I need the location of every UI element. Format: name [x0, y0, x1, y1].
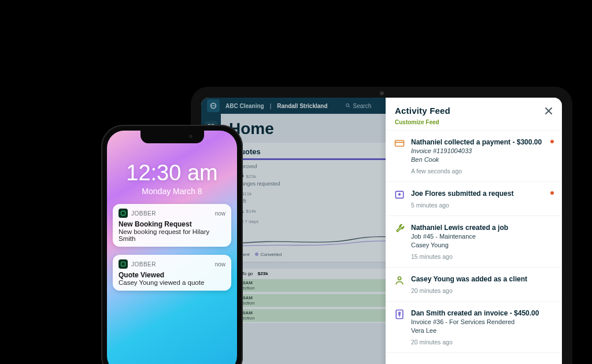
request-icon — [394, 189, 405, 209]
feed-list[interactable]: Nathaniel collected a payment - $300.00 … — [386, 131, 562, 364]
tablet-screen: ABC Cleaning | Randall Strickland Search… — [201, 98, 562, 364]
feed-item-time: 15 minutes ago — [411, 253, 554, 260]
search-container[interactable]: Search — [345, 103, 372, 109]
tablet-camera — [380, 91, 384, 95]
unread-dot — [550, 191, 554, 195]
notification-card[interactable]: JOBBER now Quote Viewed Casey Young view… — [113, 255, 231, 291]
feed-item-line2: Vera Lee — [411, 326, 554, 335]
search-icon — [345, 103, 351, 109]
svg-rect-6 — [395, 140, 404, 146]
notification-time: now — [215, 261, 225, 268]
feed-item-title: Joe Flores submitted a request — [411, 189, 554, 198]
schedule-pill[interactable]: 11:00AMInspection — [230, 309, 390, 322]
customize-feed-link[interactable]: Customize Feed — [386, 119, 562, 131]
lock-date: Monday March 8 — [107, 187, 237, 196]
notification-title: New Booking Request — [119, 220, 225, 228]
feed-item[interactable]: Nathaniel collected a payment - $300.00 … — [386, 131, 562, 182]
person-icon — [394, 274, 405, 294]
notification-app-name: JOBBER — [131, 210, 156, 217]
feed-item-time: A few seconds ago — [411, 168, 554, 174]
company-name: ABC Cleaning — [225, 103, 264, 109]
legend-converted: Converted — [260, 252, 282, 257]
feed-item-time: 5 minutes ago — [411, 202, 554, 209]
close-icon — [545, 107, 553, 115]
tablet-device: ABC Cleaning | Randall Strickland Search… — [191, 87, 572, 364]
approved-sub: $23k — [246, 174, 256, 179]
schedule-togo-chip: To go $23k — [242, 270, 268, 277]
feed-item-title: Nathaniel collected a payment - $300.00 — [411, 138, 554, 147]
unread-dot — [550, 140, 554, 143]
notification-body: New booking request for Hilary Smith — [119, 228, 225, 242]
lock-time: 12:30 am — [107, 161, 237, 185]
close-button[interactable] — [545, 107, 553, 115]
draft-sub: $14k — [246, 209, 256, 214]
notification-body: Casey Young viewed a quote — [119, 279, 225, 286]
user-name[interactable]: Randall Strickland — [277, 103, 327, 109]
feed-item-line1: Job #45 - Maintenance — [411, 232, 554, 241]
feed-item[interactable]: Dan Smith created an invoice - $450.00 I… — [386, 302, 562, 353]
feed-item[interactable]: Joe Flores submitted a request 5 minutes… — [386, 182, 562, 216]
separator: | — [270, 103, 272, 109]
svg-point-8 — [398, 277, 401, 280]
feed-item-line2: Casey Young — [411, 241, 554, 250]
schedule-pill[interactable]: 11:00AMInspection — [230, 294, 390, 307]
notification-time: now — [215, 210, 225, 217]
notification-app-icon — [119, 259, 128, 269]
notification-app-icon — [119, 209, 128, 218]
notification-card[interactable]: JOBBER now New Booking Request New booki… — [113, 204, 231, 247]
job-icon — [394, 223, 405, 260]
app-logo-icon[interactable] — [207, 99, 220, 112]
activity-feed-title: Activity Feed — [395, 106, 450, 116]
payment-icon — [394, 138, 405, 174]
phone-notch — [140, 131, 204, 143]
feed-item[interactable]: Nathaniel Lewis created a job Job #45 - … — [386, 216, 562, 268]
feed-item-title: Nathaniel Lewis created a job — [411, 223, 554, 232]
svg-point-1 — [346, 104, 349, 107]
changes-sub: $11k — [242, 191, 251, 196]
feed-item-time: 20 minutes ago — [411, 339, 554, 346]
canvas: ABC Cleaning | Randall Strickland Search… — [0, 0, 592, 364]
schedule-pill[interactable]: 11:00AMInspection — [230, 279, 390, 292]
notification-title: Quote Viewed — [119, 271, 225, 279]
feed-item-title: Casey Young was added as a client — [411, 274, 554, 284]
invoice-icon — [394, 309, 405, 346]
notification-app-name: JOBBER — [131, 261, 156, 268]
phone-lockscreen: 12:30 am Monday March 8 JOBBER now New B… — [107, 131, 237, 364]
feed-item-line2: Ben Cook — [411, 156, 439, 163]
feed-item-line1: Invoice #1191004033 — [411, 147, 472, 154]
feed-item-time: 20 minutes ago — [411, 287, 554, 294]
search-placeholder: Search — [353, 103, 372, 109]
feed-item[interactable]: Casey Young was added as a client 20 min… — [386, 268, 562, 302]
feed-item-title: Dan Smith created an invoice - $450.00 — [411, 309, 554, 318]
phone-device: 12:30 am Monday March 8 JOBBER now New B… — [101, 125, 243, 364]
feed-item-line1: Invoice #36 - For Services Rendered — [411, 318, 554, 326]
activity-feed-panel: Activity Feed Customize Feed Nathaniel c… — [386, 98, 562, 364]
